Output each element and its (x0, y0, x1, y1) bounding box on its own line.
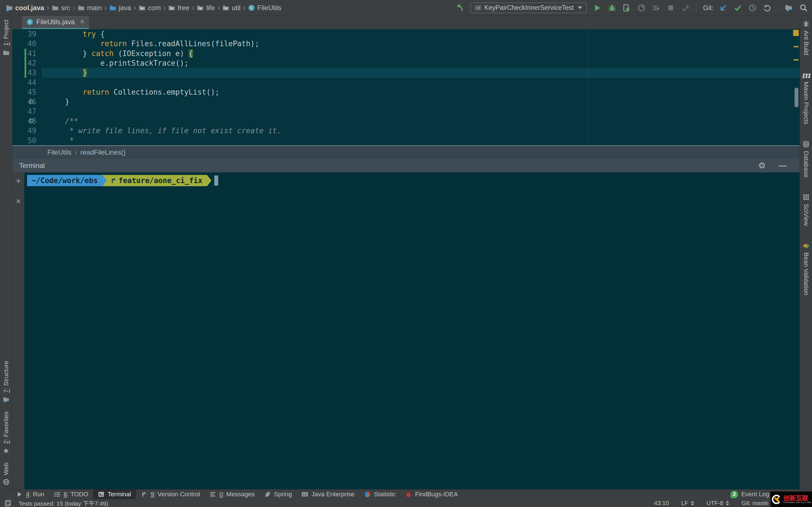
package-icon (197, 4, 204, 11)
code-line-50[interactable]: 50 * (12, 136, 800, 145)
caret-position-widget[interactable]: 43:10 (654, 500, 669, 506)
stop-button[interactable] (667, 4, 675, 12)
toolwindow-button-web[interactable]: Web (3, 462, 10, 485)
run-button[interactable] (594, 4, 601, 12)
green-curved-arrow-icon[interactable] (456, 4, 463, 12)
line-number: 45 (28, 88, 36, 96)
warning-stripe-marker[interactable] (794, 59, 799, 61)
encoding-value: UTF-8 (707, 500, 723, 506)
code-line-47[interactable]: 47 (12, 107, 800, 116)
code-line-42[interactable]: 42 e.printStackTrace(); (12, 58, 800, 68)
toolwindow-button-version-control[interactable]: 9: Version Control (136, 490, 205, 499)
gutter-line-50[interactable]: 50 (12, 136, 42, 145)
editor-scrollbar[interactable] (795, 88, 799, 107)
toolwindow-button-spring[interactable]: Spring (259, 490, 297, 499)
toolwindow-button-statistic[interactable]: Statistic (359, 490, 400, 499)
breadcrumb-item-java[interactable]: java (108, 3, 133, 12)
toolwindow-button-structure[interactable]: 7: Structure (3, 361, 10, 403)
gutter-line-39[interactable]: 39 (12, 29, 42, 39)
toolwindow-button-java-enterprise[interactable]: EEJava Enterprise (297, 490, 359, 499)
gutter-line-44[interactable]: 44 (12, 78, 42, 87)
warning-stripe-marker[interactable] (794, 46, 799, 47)
git-commit-button[interactable] (734, 4, 742, 12)
gutter-line-40[interactable]: 40 (12, 39, 42, 48)
breadcrumb-item-free[interactable]: free (167, 3, 191, 12)
vcs-icon (141, 491, 147, 498)
event-log-button[interactable]: 2 Event Log (730, 490, 769, 499)
toolwindow-button-terminal[interactable]: Terminal (93, 490, 136, 499)
gear-icon[interactable]: ⚙ (758, 161, 766, 170)
breadcrumb-item-cool-java[interactable]: cool.java (4, 3, 46, 12)
code-line-48[interactable]: 48 /** (12, 116, 800, 126)
git-rollback-button[interactable] (763, 4, 771, 12)
profiler-button[interactable] (638, 4, 645, 12)
run-icon (16, 491, 23, 498)
terminal-output[interactable]: ~/Code/work/ebs ↱ feature/aone_ci_fix (24, 172, 800, 489)
fold-marker-icon[interactable] (28, 99, 35, 105)
code-line-45[interactable]: 45 return Collections.emptyList(); (12, 87, 800, 97)
code-text: } (42, 68, 800, 77)
code-line-39[interactable]: 39 try { (12, 29, 800, 39)
breadcrumb-item-com[interactable]: com (137, 3, 162, 12)
breadcrumb-item-life[interactable]: life (195, 3, 216, 12)
breadcrumb-item-readfilelines-[interactable]: readFileLines() (80, 149, 125, 156)
close-icon[interactable]: × (80, 18, 85, 25)
encoding-widget[interactable]: UTF-8 (707, 500, 729, 506)
gutter-line-45[interactable]: 45 (12, 87, 42, 97)
toolwindow-button-run[interactable]: 4: Run (11, 490, 49, 499)
gutter-line-41[interactable]: 41 (12, 49, 42, 58)
toolwindow-button-maven-projects[interactable]: mMaven Projects (802, 71, 810, 124)
gutter-line-43[interactable]: 43 (12, 68, 42, 77)
breadcrumb-item-main[interactable]: main (77, 3, 103, 12)
change-marker (24, 58, 26, 68)
terminal-header[interactable]: Terminal ⚙ — (12, 159, 800, 172)
fold-marker-icon[interactable] (28, 118, 35, 124)
breadcrumb-item-fileutils[interactable]: CFileUtils (247, 3, 283, 12)
minimize-icon[interactable]: — (779, 162, 786, 170)
right-margin-guide (588, 29, 589, 145)
warning-stripe-marker[interactable] (793, 30, 799, 36)
toolwindow-button-bean-validation[interactable]: Bean Validation (802, 242, 810, 295)
code-line-49[interactable]: 49 * write file lines, if file not exist… (12, 126, 800, 135)
toolwindow-button-label: FindBugs-IDEA (415, 491, 458, 498)
breadcrumb-item-util[interactable]: util (221, 3, 242, 12)
toolwindow-toggle-icon[interactable] (4, 500, 11, 506)
breadcrumb-label: src (61, 4, 70, 12)
git-update-button[interactable] (719, 4, 727, 12)
run-with-configuration-button[interactable] (652, 4, 660, 12)
toolwindow-button-favorites[interactable]: 2: Favorites★ (3, 411, 10, 454)
search-everywhere-button[interactable] (800, 4, 808, 12)
gutter-line-47[interactable]: 47 (12, 107, 42, 116)
gutter-line-48[interactable]: 48 (12, 116, 42, 126)
gutter-line-46[interactable]: 46 (12, 97, 42, 107)
git-branch-widget[interactable]: Git: maste (742, 500, 769, 506)
toolwindow-button-todo[interactable]: 6: TODO (49, 490, 93, 499)
code-editor[interactable]: 39 try {40 return Files.readAllLines(fil… (12, 29, 800, 146)
code-line-44[interactable]: 44 (12, 78, 800, 87)
toolwindow-button-database[interactable]: Database (802, 141, 810, 177)
code-line-40[interactable]: 40 return Files.readAllLines(filePath); (12, 39, 800, 48)
run-with-coverage-button[interactable] (623, 4, 631, 12)
toolwindow-button-messages[interactable]: 0: Messages (205, 490, 259, 499)
toolwindow-button-ant-build[interactable]: Ant Build (802, 20, 810, 55)
breadcrumb-item-fileutils[interactable]: FileUtils (47, 149, 71, 156)
project-structure-button[interactable] (785, 4, 793, 12)
toolwindow-button-project[interactable]: 1: Project (3, 20, 10, 56)
code-line-46[interactable]: 46 } (12, 97, 800, 107)
gutter-line-42[interactable]: 42 (12, 58, 42, 68)
debug-button[interactable] (608, 4, 616, 12)
code-line-41[interactable]: 41 } catch (IOException e) { (12, 49, 800, 58)
mnemonic: 4 (26, 491, 29, 498)
git-history-button[interactable] (749, 4, 756, 12)
code-line-43[interactable]: 43 } (12, 68, 800, 77)
breadcrumb-item-src[interactable]: src (50, 3, 71, 12)
toolwindow-button-sciview[interactable]: SciView (802, 194, 810, 226)
toolwindow-button-findbugs-idea[interactable]: FindBugs-IDEA (400, 490, 463, 499)
tab-fileutils-java[interactable]: C FileUtils.java × (22, 16, 89, 29)
gutter-line-49[interactable]: 49 (12, 126, 42, 135)
add-session-button[interactable]: + (16, 176, 21, 185)
close-session-button[interactable]: × (16, 196, 21, 206)
detach-button[interactable] (681, 4, 689, 12)
line-separator-widget[interactable]: LF (681, 500, 694, 506)
run-configuration-select[interactable]: KeyPairCheckInnerServiceTest (470, 3, 587, 13)
